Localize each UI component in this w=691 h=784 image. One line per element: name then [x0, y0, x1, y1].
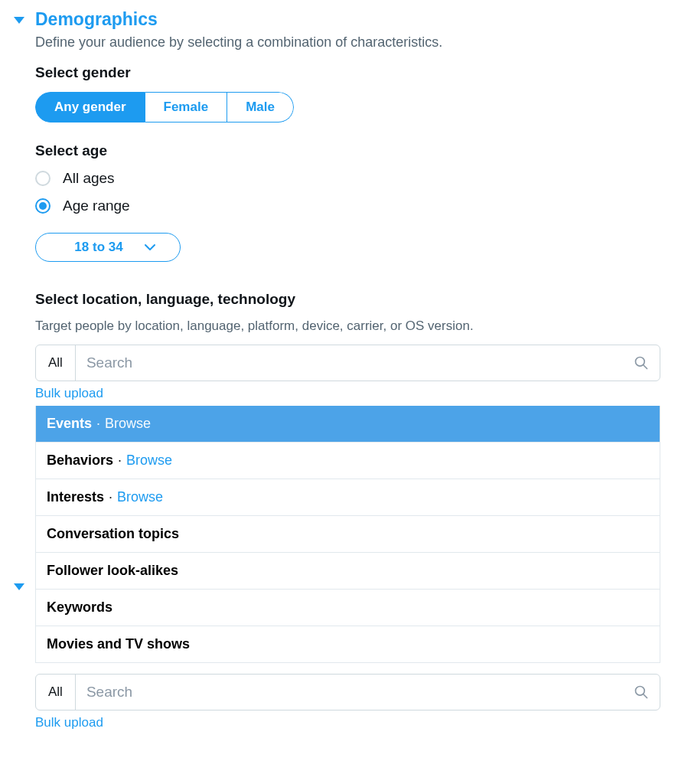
search-all-filter[interactable]: All — [36, 675, 76, 710]
age-range-value: 18 to 34 — [74, 240, 122, 255]
gender-any-button[interactable]: Any gender — [35, 92, 145, 122]
separator-dot-icon: · — [96, 416, 100, 432]
radio-selected-icon — [35, 198, 51, 214]
browse-link[interactable]: Browse — [105, 416, 151, 432]
audience-features-section: All Bulk upload — [0, 674, 691, 735]
dropdown-item-label: Follower look-alikes — [47, 563, 178, 579]
dropdown-item-events[interactable]: Events · Browse — [36, 406, 660, 442]
gender-label: Select gender — [35, 64, 660, 81]
location-tech-label: Select location, language, technology — [35, 291, 660, 308]
bulk-upload-link[interactable]: Bulk upload — [35, 715, 103, 730]
dropdown-item-keywords[interactable]: Keywords — [36, 589, 660, 626]
dropdown-item-label: Conversation topics — [47, 526, 179, 542]
age-all-radio[interactable]: All ages — [35, 170, 660, 187]
gender-segmented-control: Any gender Female Male — [35, 92, 294, 122]
search-input[interactable] — [76, 675, 623, 710]
features-dropdown: Events · Browse Behaviors · Browse Inter… — [35, 406, 660, 663]
dropdown-item-label: Movies and TV shows — [47, 636, 190, 652]
dropdown-item-interests[interactable]: Interests · Browse — [36, 479, 660, 515]
chevron-down-icon[interactable] — [14, 583, 24, 590]
search-icon[interactable] — [623, 355, 660, 371]
search-icon[interactable] — [623, 684, 660, 700]
search-all-filter[interactable]: All — [36, 345, 76, 381]
dropdown-item-conversation-topics[interactable]: Conversation topics — [36, 515, 660, 552]
dropdown-item-movies-tv[interactable]: Movies and TV shows — [36, 626, 660, 662]
chevron-down-icon — [145, 243, 155, 251]
age-label: Select age — [35, 142, 660, 159]
demographics-section: Demographics Define your audience by sel… — [0, 9, 691, 663]
gender-male-button[interactable]: Male — [227, 92, 294, 122]
location-search-field: All — [35, 345, 660, 381]
dropdown-item-label: Events — [47, 416, 92, 432]
dropdown-item-label: Interests — [47, 489, 104, 505]
browse-link[interactable]: Browse — [117, 489, 163, 505]
age-range-dropdown[interactable]: 18 to 34 — [35, 233, 181, 262]
gender-female-button[interactable]: Female — [145, 92, 228, 122]
separator-dot-icon: · — [118, 452, 122, 469]
location-tech-description: Target people by location, language, pla… — [35, 318, 660, 334]
separator-dot-icon: · — [109, 489, 112, 505]
svg-line-1 — [644, 365, 647, 369]
chevron-down-icon[interactable] — [14, 17, 24, 24]
svg-line-3 — [644, 694, 647, 698]
features-search-field: All — [35, 674, 660, 710]
dropdown-item-label: Keywords — [47, 599, 112, 616]
age-range-radio[interactable]: Age range — [35, 198, 660, 214]
age-range-label: Age range — [63, 198, 130, 214]
dropdown-item-follower-lookalikes[interactable]: Follower look-alikes — [36, 552, 660, 589]
search-input[interactable] — [76, 345, 623, 381]
dropdown-item-behaviors[interactable]: Behaviors · Browse — [36, 442, 660, 479]
dropdown-item-label: Behaviors — [47, 452, 113, 469]
demographics-description: Define your audience by selecting a comb… — [35, 34, 660, 51]
radio-icon — [35, 171, 51, 186]
demographics-title[interactable]: Demographics — [35, 9, 660, 30]
radio-dot-icon — [39, 202, 47, 210]
browse-link[interactable]: Browse — [126, 452, 172, 469]
age-all-label: All ages — [63, 170, 115, 187]
bulk-upload-link[interactable]: Bulk upload — [35, 386, 103, 401]
